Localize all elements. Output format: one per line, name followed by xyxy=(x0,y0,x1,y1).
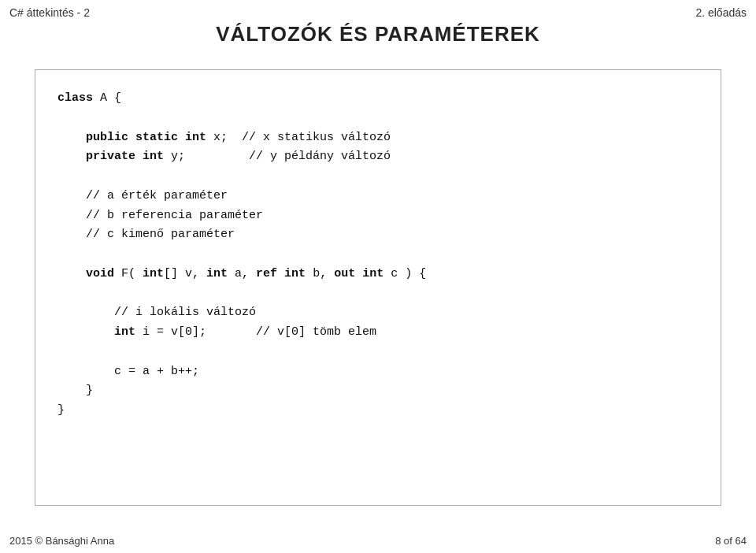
top-right-label: 2. előadás xyxy=(695,6,747,19)
footer-right: 8 of 64 xyxy=(715,535,747,547)
top-left-label: C# áttekintés - 2 xyxy=(9,6,90,19)
footer-left: 2015 © Bánsághi Anna xyxy=(9,535,114,547)
code-box: class A { public static int x; // x stat… xyxy=(35,69,721,506)
slide-title: VÁLTOZÓK ÉS PARAMÉTEREK xyxy=(0,22,756,46)
code-content: class A { public static int x; // x stat… xyxy=(57,89,699,421)
